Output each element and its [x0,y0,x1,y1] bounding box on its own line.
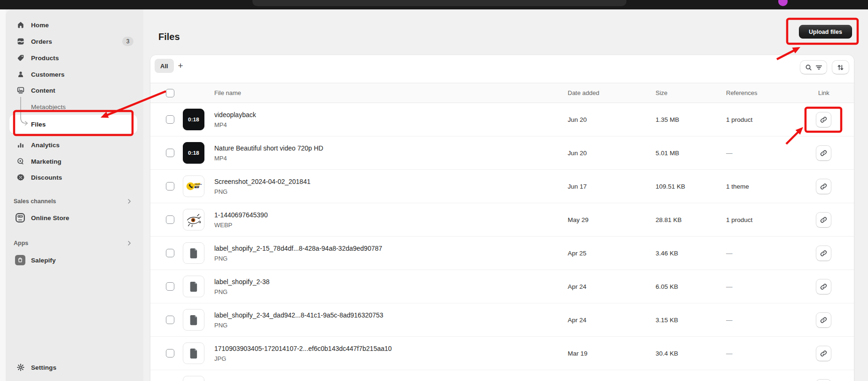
file-name-cell: label_shopify_2-15_78d4df...8-428a-94a8-… [214,237,382,270]
file-thumbnail[interactable] [183,309,204,331]
references-value: — [726,337,733,370]
copy-link-button[interactable] [816,312,831,328]
table-row: label_shopify_2-38 PNG Apr 24 6.05 KB — [150,270,854,303]
file-name[interactable]: label_shopify_2-38 [214,278,270,286]
row-checkbox[interactable] [166,282,174,291]
file-name[interactable]: videoplayback [214,111,256,119]
file-type: PNG [214,288,270,295]
file-name[interactable]: 1710903903405-172014107-2...ef6c0b143dc4… [214,345,392,353]
file-type: MP4 [214,155,323,162]
file-thumbnail[interactable] [183,342,204,364]
sidebar-item-products[interactable]: Products [6,51,143,64]
sidebar-item-label: Online Store [31,214,69,222]
copy-link-button[interactable] [816,279,831,294]
row-checkbox[interactable] [166,149,174,157]
sidebar-section-sales-channels[interactable]: Sales channels [6,195,143,208]
row-checkbox[interactable] [166,215,174,224]
customers-icon [17,71,24,78]
file-size-value: 5.01 MB [656,136,679,169]
file-size-value: 109.51 KB [656,170,685,203]
sort-icon [837,64,844,71]
file-name-cell: Nature Beautiful short video 720p HD MP4 [214,136,323,169]
sidebar-section-apps[interactable]: Apps [6,237,143,250]
table-row: Hotline 24/7 Screenshot_2024-04-02_20184… [150,170,854,203]
file-size-value: 1.35 MB [656,103,679,136]
copy-link-button[interactable] [816,112,831,127]
sidebar-item-online-store[interactable]: Online Store [6,211,143,224]
shopify-admin-files-page: Home Orders 3 Products Customers Content… [0,0,868,381]
file-thumbnail[interactable] [183,242,204,264]
file-name[interactable]: 1-1440697645390 [214,211,268,219]
file-thumbnail[interactable] [183,376,204,381]
date-added-value: Mar 19 [568,337,587,370]
generic-file-icon [189,348,198,359]
user-avatar[interactable] [778,0,788,6]
table-row: label_shopify_2-15_78d4df...8-428a-94a8-… [150,237,854,270]
orders-count-badge: 3 [122,37,133,46]
column-header-link: Link [818,83,829,103]
sidebar-item-label: Settings [31,364,56,371]
column-header-date-added[interactable]: Date added [568,83,599,103]
tab-all[interactable]: All [155,59,174,73]
row-checkbox[interactable] [166,182,174,190]
sidebar-item-label: Discounts [31,174,62,181]
file-name[interactable]: Nature Beautiful short video 720p HD [214,144,323,152]
file-thumbnail[interactable]: 0:18 [183,142,204,164]
references-value: — [726,136,733,169]
date-added-value: Jun 20 [568,136,587,169]
file-thumbnail[interactable] [183,209,204,230]
row-checkbox[interactable] [166,249,174,257]
sidebar-item-home[interactable]: Home [6,18,143,32]
sidebar-item-salepify[interactable]: Salepify [6,254,143,267]
table-row: label_shopify_2-34_dad942...8-41c1-9a5c-… [150,303,854,337]
file-name[interactable]: label_shopify_2-15_78d4df...8-428a-94a8-… [214,245,382,253]
row-checkbox[interactable] [166,316,174,324]
file-thumbnail[interactable]: 0:18 [183,109,204,130]
file-name[interactable]: label_shopify_2-34_dad942...8-41c1-9a5c-… [214,311,383,319]
copy-link-button[interactable] [816,246,831,261]
table-body: 0:18 [150,103,854,381]
file-type: PNG [214,188,311,195]
sidebar-item-orders[interactable]: Orders 3 [6,35,143,48]
file-thumbnail[interactable] [183,276,204,297]
file-thumbnail[interactable]: Hotline 24/7 [183,175,204,197]
sidebar-item-customers[interactable]: Customers [6,68,143,81]
orders-icon [17,38,24,45]
column-header-references[interactable]: References [726,83,757,103]
row-checkbox[interactable] [166,115,174,124]
select-all-checkbox[interactable] [166,89,174,97]
column-header-file-name[interactable]: File name [214,83,241,103]
chevron-right-icon [126,198,133,205]
topbar-search-input[interactable] [252,0,626,6]
references-value: 1 theme [726,170,749,203]
references-value: — [726,303,733,336]
home-icon [17,21,24,29]
sidebar-item-analytics[interactable]: Analytics [6,138,143,151]
column-header-size[interactable]: Size [656,83,667,103]
add-view-button[interactable]: + [174,59,187,72]
file-size-value: 28.81 KB [656,203,682,236]
hotline-logo-thumbnail: Hotline 24/7 [183,175,204,197]
generic-file-icon [189,315,198,325]
copy-link-button[interactable] [816,145,831,161]
file-name-cell: label_shopify_2-34_dad942...8-41c1-9a5c-… [214,303,383,336]
copy-link-button[interactable] [816,212,831,228]
sidebar-item-files[interactable]: Files [6,118,143,131]
salepify-app-icon [15,255,25,265]
file-name-cell: 1-1440697645390 WEBP [214,203,268,236]
copy-link-button[interactable] [816,379,831,381]
sidebar-item-discounts[interactable]: Discounts [6,171,143,184]
search-and-filter-button[interactable] [800,60,827,74]
link-icon [820,349,828,357]
upload-files-button[interactable]: Upload files [799,25,852,39]
file-name[interactable]: Screenshot_2024-04-02_201841 [214,178,311,186]
copy-link-button[interactable] [816,346,831,361]
sidebar-item-settings[interactable]: Settings [6,361,143,374]
page-title: Files [158,32,180,42]
copy-link-button[interactable] [816,179,831,194]
sidebar-item-marketing[interactable]: Marketing [6,155,143,168]
row-checkbox[interactable] [166,349,174,357]
sort-button[interactable] [832,60,849,74]
sidebar-item-content[interactable]: Content [6,84,143,97]
sidebar-item-metaobjects[interactable]: Metaobjects [6,100,143,113]
